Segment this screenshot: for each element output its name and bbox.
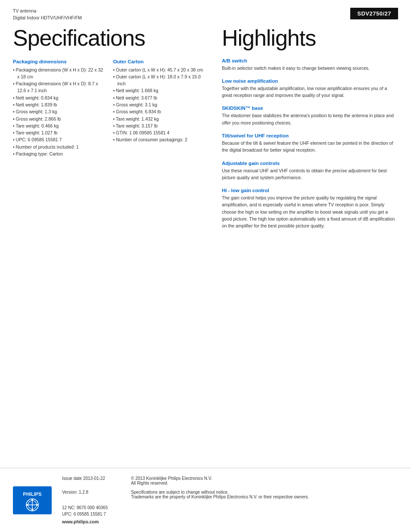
spec-two-col: Packaging dimensions Packaging dimension… [13, 58, 205, 157]
highlight-body: Together with the adjustable amplificati… [222, 85, 398, 99]
highlight-body: Because of the tilt & swivel feature the… [222, 140, 398, 154]
highlight-body: The elastomer base stabilizes the antenn… [222, 112, 398, 126]
outer-carton-list: Outer carton (L x W x H): 45.7 x 20 x 38… [113, 66, 204, 143]
issue-date-label: Issue date 2013-01-22 [62, 476, 131, 485]
list-item: Packaging dimensions (W x H x D): 8.7 x … [13, 80, 104, 94]
highlight-title: SKIDSKIN™ base [222, 106, 398, 111]
highlight-body: The gain control helps you improve the p… [222, 194, 398, 229]
packaging-title: Packaging dimensions [13, 59, 104, 64]
spec-notice: Specifications are subject to change wit… [131, 490, 309, 499]
highlight-section: Hi - low gain controlThe gain control he… [222, 188, 398, 229]
main-content: Specifications Packaging dimensions Pack… [0, 22, 411, 236]
highlight-section: Tilt/swivel for UHF receptionBecause of … [222, 133, 398, 154]
footer-row-nc: 12 NC: 8670 000 40365 UPC: 6 09585 15581… [62, 504, 398, 524]
highlight-section: SKIDSKIN™ baseThe elastomer base stabili… [222, 106, 398, 126]
list-item: Outer carton (L x W x H): 45.7 x 20 x 38… [113, 66, 204, 73]
svg-point-8 [26, 504, 28, 506]
highlight-body: Use these manual UHF and VHF controls to… [222, 167, 398, 181]
nc-number: 12 NC: 8670 000 40365 [62, 504, 398, 511]
copyright: © 2013 Koninklijke Philips Electronics N… [131, 476, 212, 485]
list-item: Gross weight: 1.3 kg [13, 108, 104, 115]
version-label: Version: 1.2.8 [62, 490, 131, 499]
highlights-column: Highlights A/B switchBuilt-in selector s… [213, 22, 398, 236]
svg-point-6 [31, 499, 33, 501]
list-item: Outer carton (L x W x H): 18.0 x 7.9 x 1… [113, 73, 204, 87]
list-item: Gross weight: 3.1 kg [113, 101, 204, 108]
list-item: Packaging type: Carton [13, 150, 104, 157]
highlight-section: Adjustable gain controlsUse these manual… [222, 161, 398, 181]
list-item: Nett weight: 0.834 kg [13, 94, 104, 101]
philips-logo: PHILIPS [13, 486, 52, 514]
list-item: Tare weight: 1.027 lb [13, 129, 104, 136]
list-item: Tare weight: 3.157 lb [113, 122, 204, 129]
outer-carton-title: Outer Carton [113, 59, 204, 64]
list-item: Nett weight: 3.677 lb [113, 94, 204, 101]
highlight-title: Low noise amplification [222, 78, 398, 84]
outer-carton-col: Outer Carton Outer carton (L x W x H): 4… [113, 58, 204, 157]
model-badge: SDV2750/27 [350, 8, 398, 19]
list-item: Gross weight: 2.866 lb [13, 115, 104, 122]
svg-point-9 [37, 504, 38, 506]
highlights-container: A/B switchBuilt-in selector switch makes… [222, 58, 398, 230]
website: www.philips.com [62, 519, 398, 524]
footer: PHILIPS Issue date 2013-01-22 © 2013 Kon… [0, 468, 411, 532]
packaging-col: Packaging dimensions Packaging dimension… [13, 58, 104, 157]
page: TV antenna Digital Indoor HDTV/UHF/VHF/F… [0, 0, 411, 532]
svg-text:PHILIPS: PHILIPS [23, 492, 42, 497]
page-title: Specifications [13, 26, 205, 50]
product-info: TV antenna Digital Indoor HDTV/UHF/VHF/F… [13, 8, 82, 22]
highlight-title: Hi - low gain control [222, 188, 398, 193]
highlight-body: Built-in selector switch makes it easy t… [222, 65, 398, 72]
list-item: Nett weight: 1.668 kg [113, 87, 204, 94]
list-item: Number of consumer packagings: 2 [113, 136, 204, 143]
list-item: GTIN: 1 06 09585 15581 4 [113, 129, 204, 136]
highlights-title: Highlights [222, 26, 398, 50]
highlight-title: A/B switch [222, 58, 398, 63]
highlight-section: A/B switchBuilt-in selector switch makes… [222, 58, 398, 72]
product-desc: Digital Indoor HDTV/UHF/VHF/FM [13, 15, 82, 22]
list-item: Tare weight: 1.432 kg [113, 115, 204, 122]
highlight-section: Low noise amplificationTogether with the… [222, 78, 398, 99]
footer-row-version: Version: 1.2.8 Specifications are subjec… [62, 490, 398, 499]
upc-number: UPC: 6 09585 15581 7 [62, 511, 398, 517]
specs-column: Specifications Packaging dimensions Pack… [13, 22, 213, 236]
packaging-list: Packaging dimensions (W x H x D): 22 x 3… [13, 66, 104, 157]
product-line: TV antenna [13, 8, 82, 15]
footer-meta: Issue date 2013-01-22 © 2013 Koninklijke… [62, 476, 398, 524]
list-item: Tare weight: 0.466 kg [13, 122, 104, 129]
top-bar: TV antenna Digital Indoor HDTV/UHF/VHF/F… [0, 0, 411, 22]
footer-row-issue: Issue date 2013-01-22 © 2013 Koninklijke… [62, 476, 398, 485]
list-item: Gross weight: 6.834 lb [113, 108, 204, 115]
list-item: Number of products included: 1 [13, 143, 104, 150]
highlight-title: Adjustable gain controls [222, 161, 398, 166]
svg-point-7 [31, 509, 33, 511]
highlight-title: Tilt/swivel for UHF reception [222, 133, 398, 138]
list-item: UPC: 6 09585 15581 7 [13, 136, 104, 143]
list-item: Packaging dimensions (W x H x D): 22 x 3… [13, 66, 104, 81]
list-item: Nett weight: 1.839 lb [13, 101, 104, 108]
